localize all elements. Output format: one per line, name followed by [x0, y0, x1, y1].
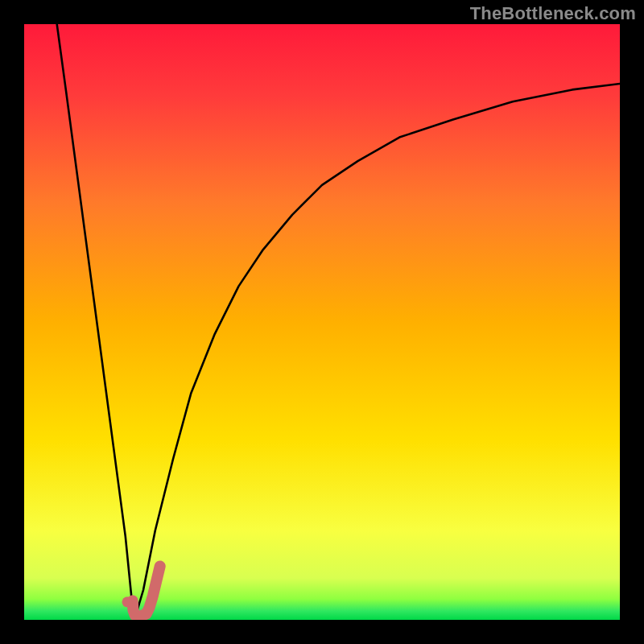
watermark-text: TheBottleneck.com: [470, 3, 636, 24]
gradient-background: [24, 24, 620, 620]
plot-area: [24, 24, 620, 620]
dot-marker: [122, 597, 133, 607]
chart-svg: [24, 24, 620, 620]
outer-frame: TheBottleneck.com: [0, 0, 644, 644]
